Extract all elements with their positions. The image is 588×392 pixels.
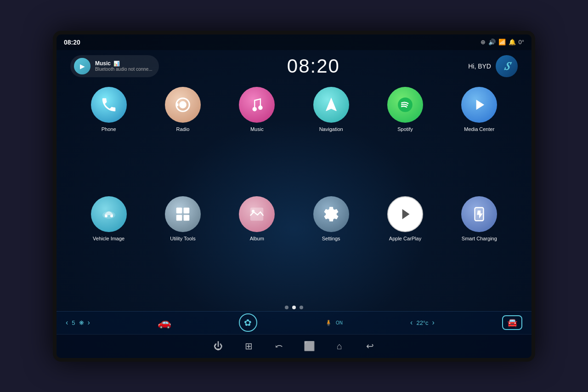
bluetooth-icon: ⊕ bbox=[481, 39, 486, 45]
app-icon-music bbox=[239, 87, 275, 123]
music-bars-icon: 📊 bbox=[113, 61, 120, 67]
app-icon-settings bbox=[313, 196, 349, 232]
app-icon-album bbox=[239, 196, 275, 232]
ac-on-section: 🧍 ON bbox=[325, 319, 343, 326]
temp-display: 0° bbox=[519, 39, 524, 45]
music-subtitle: Bluetooth audio not conne... bbox=[95, 67, 153, 72]
home-button[interactable]: ⌂ bbox=[331, 338, 348, 354]
app-item-settings[interactable]: Settings bbox=[297, 196, 365, 299]
fan-increase-button[interactable]: › bbox=[88, 318, 90, 327]
app-item-radio[interactable]: Radio bbox=[149, 87, 216, 190]
back-button[interactable]: ↩ bbox=[362, 338, 378, 354]
app-grid: Phone Radio Music Navigation Spotify bbox=[57, 82, 531, 304]
music-play-button[interactable]: ▶ bbox=[74, 58, 90, 74]
app-item-album[interactable]: Album bbox=[223, 196, 291, 299]
overview-button[interactable]: ⬜ bbox=[301, 338, 317, 354]
app-item-music[interactable]: Music bbox=[223, 87, 291, 190]
temp-increase-button[interactable]: › bbox=[432, 318, 435, 327]
app-label-apple-carplay: Apple CarPlay bbox=[389, 236, 421, 241]
app-item-vehicle-image[interactable]: Vehicle Image bbox=[75, 196, 142, 299]
ac-on-label: ON bbox=[336, 320, 343, 325]
svg-rect-2 bbox=[176, 103, 179, 106]
fan-decrease-button[interactable]: ‹ bbox=[66, 318, 68, 327]
app-label-media-center: Media Center bbox=[464, 126, 494, 132]
music-title: Music 📊 bbox=[95, 60, 153, 67]
svg-point-9 bbox=[110, 215, 113, 217]
app-label-phone: Phone bbox=[102, 126, 116, 132]
greeting-area: Hi, BYD 𝑆 bbox=[468, 55, 518, 77]
svg-marker-16 bbox=[402, 209, 410, 219]
ac-person-icon: 🧍 bbox=[325, 319, 332, 326]
climate-bar: ‹ 5 ❋ › 🚗 ✿ 🧍 ON ‹ 22°c › 🚘 bbox=[57, 311, 531, 334]
fan-center-icon: ✿ bbox=[244, 317, 252, 328]
app-label-vehicle-image: Vehicle Image bbox=[93, 236, 124, 241]
signal-icon: 📶 bbox=[498, 39, 506, 45]
battery-icon: 🔔 bbox=[509, 39, 516, 45]
app-icon-utility-tools bbox=[165, 196, 201, 232]
status-icons: ⊕ 🔊 📶 🔔 0° bbox=[481, 39, 524, 45]
car-side-icon: 🚘 bbox=[507, 318, 517, 328]
svg-point-15 bbox=[252, 210, 254, 212]
app-icon-media-center bbox=[461, 87, 497, 123]
app-label-radio: Radio bbox=[176, 126, 190, 132]
app-icon-navigation bbox=[313, 87, 349, 123]
fan-center-button[interactable]: ✿ bbox=[239, 313, 257, 332]
car-screen: 08:20 ⊕ 🔊 📶 🔔 0° ▶ Music 📊 Bluetooth aud… bbox=[53, 31, 535, 362]
fan-speed-value: 5 bbox=[72, 319, 75, 326]
app-label-utility-tools: Utility Tools bbox=[170, 236, 195, 241]
svg-rect-10 bbox=[176, 207, 182, 213]
app-item-phone[interactable]: Phone bbox=[75, 87, 142, 190]
svg-point-0 bbox=[179, 101, 187, 108]
byd-logo: 𝑆 bbox=[496, 55, 518, 77]
app-icon-phone bbox=[91, 87, 127, 123]
app-item-smart-charging[interactable]: Smart Charging bbox=[446, 196, 513, 299]
app-label-spotify: Spotify bbox=[397, 126, 413, 132]
top-bar: ▶ Music 📊 Bluetooth audio not conne... 0… bbox=[57, 50, 531, 82]
fan-icon: ❋ bbox=[79, 319, 84, 326]
app-label-navigation: Navigation bbox=[319, 126, 343, 132]
app-item-utility-tools[interactable]: Utility Tools bbox=[149, 196, 216, 299]
app-icon-spotify bbox=[387, 87, 423, 123]
temp-decrease-button[interactable]: ‹ bbox=[410, 318, 413, 327]
page-dot-3[interactable] bbox=[300, 306, 303, 309]
car-side-button[interactable]: 🚘 bbox=[502, 315, 522, 330]
status-time: 08:20 bbox=[64, 39, 80, 46]
app-item-media-center[interactable]: Media Center bbox=[446, 87, 513, 190]
fan-speed-section: ‹ 5 ❋ › bbox=[66, 318, 90, 327]
page-dot-2[interactable] bbox=[292, 306, 296, 309]
page-dot-1[interactable] bbox=[285, 306, 288, 309]
temperature-value: 22°c bbox=[416, 319, 428, 326]
app-icon-radio bbox=[165, 87, 201, 123]
car-outline-section: 🚗 bbox=[158, 316, 171, 329]
svg-rect-12 bbox=[176, 215, 182, 221]
app-label-smart-charging: Smart Charging bbox=[462, 236, 497, 241]
temperature-section: ‹ 22°c › bbox=[410, 318, 435, 327]
status-bar: 08:20 ⊕ 🔊 📶 🔔 0° bbox=[57, 34, 531, 50]
app-item-apple-carplay[interactable]: Apple CarPlay bbox=[371, 196, 439, 299]
multiwindow-button[interactable]: ⊞ bbox=[240, 338, 257, 354]
page-indicators bbox=[57, 304, 531, 311]
app-label-settings: Settings bbox=[322, 236, 340, 241]
app-icon-smart-charging bbox=[461, 196, 497, 232]
music-info: Music 📊 Bluetooth audio not conne... bbox=[95, 60, 153, 72]
app-item-spotify[interactable]: Spotify bbox=[371, 87, 439, 190]
app-label-album: Album bbox=[250, 236, 264, 241]
wifi-icon: 🔊 bbox=[488, 39, 496, 45]
svg-point-8 bbox=[105, 215, 107, 217]
app-icon-apple-carplay bbox=[387, 196, 423, 232]
app-icon-vehicle-image bbox=[91, 196, 127, 232]
svg-rect-13 bbox=[184, 215, 190, 221]
greeting-text: Hi, BYD bbox=[468, 62, 491, 70]
recent-apps-button[interactable]: ⤺ bbox=[271, 338, 287, 354]
svg-rect-11 bbox=[184, 207, 190, 213]
power-button[interactable]: ⏻ bbox=[210, 338, 226, 354]
main-screen: 08:20 ⊕ 🔊 📶 🔔 0° ▶ Music 📊 Bluetooth aud… bbox=[57, 34, 531, 358]
center-clock: 08:20 bbox=[287, 55, 340, 77]
bottom-nav: ⏻ ⊞ ⤺ ⬜ ⌂ ↩ bbox=[57, 334, 531, 358]
music-widget[interactable]: ▶ Music 📊 Bluetooth audio not conne... bbox=[70, 55, 159, 77]
app-label-music: Music bbox=[250, 126, 264, 132]
svg-marker-6 bbox=[476, 99, 484, 109]
app-item-navigation[interactable]: Navigation bbox=[297, 87, 365, 190]
car-outline-icon: 🚗 bbox=[158, 316, 171, 329]
